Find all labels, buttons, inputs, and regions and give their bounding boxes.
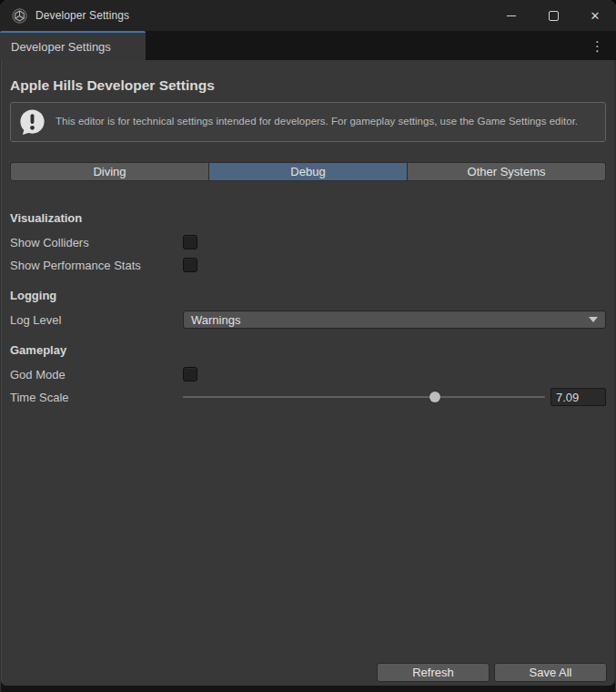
developer-settings-window: Developer Settings ✕ Developer Settings … (0, 0, 616, 692)
section-title: Logging (10, 289, 606, 302)
save-all-button-label: Save All (530, 666, 572, 679)
row-god-mode: God Mode (10, 365, 606, 383)
close-button[interactable]: ✕ (574, 0, 616, 31)
info-helpbox: This editor is for technical settings in… (10, 102, 606, 142)
slider-thumb[interactable] (429, 392, 440, 402)
section-title: Gameplay (10, 343, 606, 357)
god-mode-checkbox[interactable] (183, 367, 197, 382)
tab-debug-label: Debug (290, 165, 325, 178)
content-panel: Apple Hills Developer Settings This edit… (1, 60, 615, 686)
info-bubble-icon (17, 107, 47, 137)
doc-tab-label: Developer Settings (11, 40, 111, 54)
tab-debug[interactable]: Debug (209, 162, 408, 181)
tab-other-systems-label: Other Systems (468, 165, 546, 178)
dropdown-arrow-icon (589, 317, 598, 322)
kebab-menu-icon[interactable]: ⋮ (591, 39, 616, 53)
row-label: God Mode (10, 368, 183, 382)
show-colliders-checkbox[interactable] (183, 235, 197, 249)
titlebar: Developer Settings ✕ (0, 0, 616, 31)
tab-other-systems[interactable]: Other Systems (408, 162, 606, 181)
minimize-button[interactable] (490, 0, 532, 31)
log-level-dropdown[interactable]: Warnings (183, 310, 606, 329)
refresh-button-label: Refresh (412, 666, 454, 679)
minimize-icon (507, 15, 516, 16)
tab-diving-label: Diving (93, 165, 126, 178)
section-visualization: Visualization Show Colliders Show Perfor… (10, 211, 606, 274)
save-all-button[interactable]: Save All (494, 663, 607, 682)
maximize-icon (549, 11, 559, 21)
row-label: Log Level (10, 313, 183, 327)
category-toolbar: Diving Debug Other Systems (10, 162, 606, 181)
control-area: Warnings (183, 310, 606, 329)
time-scale-slider[interactable] (183, 388, 545, 406)
close-icon: ✕ (591, 10, 601, 22)
row-log-level: Log Level Warnings (10, 310, 606, 329)
row-label: Time Scale (10, 391, 183, 404)
section-gameplay: Gameplay God Mode Time Scale (10, 343, 606, 406)
caption-buttons: ✕ (490, 0, 616, 31)
section-logging: Logging Log Level Warnings (10, 289, 606, 329)
slider-track (183, 396, 545, 398)
tab-developer-settings[interactable]: Developer Settings (0, 31, 146, 60)
control-area (183, 388, 606, 406)
window-title: Developer Settings (35, 9, 129, 22)
log-level-value: Warnings (191, 313, 240, 327)
info-text: This editor is for technical settings in… (56, 114, 578, 129)
footer-buttons: Refresh Save All (377, 663, 607, 682)
row-time-scale: Time Scale (10, 388, 606, 406)
unity-logo-icon (12, 8, 27, 24)
row-show-colliders: Show Colliders (10, 233, 606, 251)
row-show-performance-stats: Show Performance Stats (10, 256, 606, 274)
tab-diving[interactable]: Diving (10, 162, 209, 181)
time-scale-value-field[interactable] (550, 388, 606, 406)
editor-tabstrip: Developer Settings ⋮ (0, 31, 616, 60)
refresh-button[interactable]: Refresh (377, 663, 490, 682)
show-performance-stats-checkbox[interactable] (183, 258, 197, 272)
row-label: Show Colliders (10, 236, 183, 249)
maximize-button[interactable] (532, 0, 574, 31)
section-title: Visualization (10, 211, 606, 225)
page-title: Apple Hills Developer Settings (10, 77, 606, 94)
row-label: Show Performance Stats (10, 259, 183, 272)
